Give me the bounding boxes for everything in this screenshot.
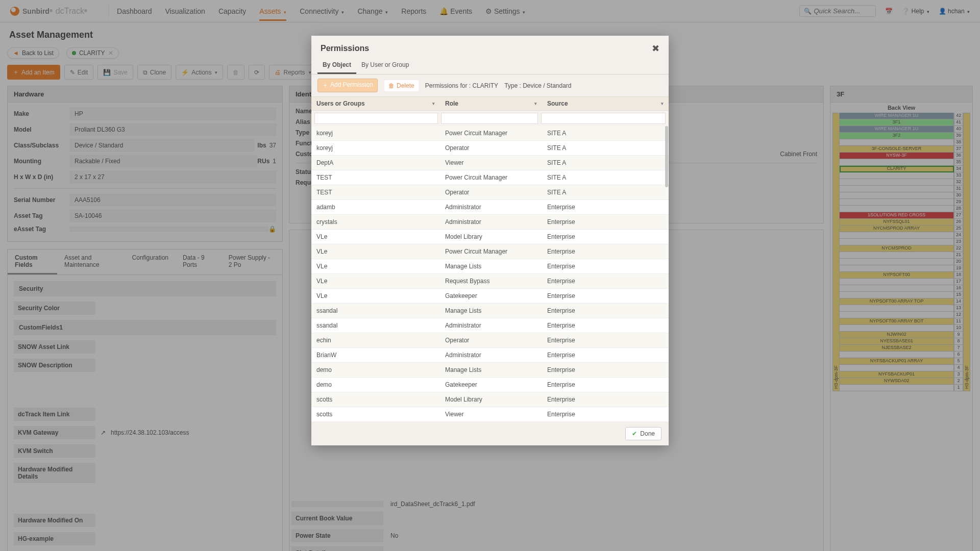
permission-row[interactable]: echinOperatorEnterprise [311, 333, 669, 348]
cell-role: Gatekeeper [440, 289, 542, 303]
cell-user: ssandal [311, 304, 440, 318]
filter-role[interactable] [441, 113, 538, 124]
permissions-type: Type : Device / Standard [504, 82, 571, 89]
permission-row[interactable]: TESTPower Circuit ManagerSITE A [311, 170, 669, 185]
cell-role: Administrator [440, 215, 542, 229]
col-source-label: Source [547, 100, 568, 107]
permission-row[interactable]: crystalsAdministratorEnterprise [311, 215, 669, 230]
type-label: Type : [504, 82, 521, 89]
grid-header: Users or Groups▾ Role▾ Source▾ [311, 97, 669, 111]
permissions-modal: Permissions ✖ By ObjectBy User or Group … [311, 36, 669, 445]
cell-source: Enterprise [542, 378, 669, 392]
permission-row[interactable]: ssandalManage ListsEnterprise [311, 304, 669, 318]
cell-role: Power Circuit Manager [440, 244, 542, 259]
add-permission-button[interactable]: ＋Add Permission [317, 79, 378, 92]
delete-permission-button[interactable]: 🗑Delete [384, 80, 419, 92]
permission-row[interactable]: VLeManage ListsEnterprise [311, 259, 669, 274]
permission-row[interactable]: VLeModel LibraryEnterprise [311, 230, 669, 244]
cell-user: ssandal [311, 318, 440, 333]
cell-role: Manage Lists [440, 304, 542, 318]
cell-role: Administrator [440, 318, 542, 333]
permission-row[interactable]: demoManage ListsEnterprise [311, 363, 669, 378]
cell-source: Enterprise [542, 392, 669, 407]
permission-row[interactable]: demoGatekeeperEnterprise [311, 378, 669, 392]
cell-user: VLe [311, 244, 440, 259]
filter-source[interactable] [541, 113, 666, 124]
permission-row[interactable]: VLeRequest BypassEnterprise [311, 274, 669, 289]
cell-role: Operator [440, 141, 542, 155]
cell-user: scotts [311, 407, 440, 421]
permissions-grid: Users or Groups▾ Role▾ Source▾ koreyjPow… [311, 97, 669, 422]
permission-row[interactable]: koreyjPower Circuit ManagerSITE A [311, 126, 669, 141]
cell-source: Enterprise [542, 244, 669, 259]
cell-source: SITE A [542, 185, 669, 199]
col-source[interactable]: Source▾ [542, 97, 669, 110]
cell-user: DeptA [311, 156, 440, 170]
permission-row[interactable]: scottsModel LibraryEnterprise [311, 392, 669, 407]
cell-source: Enterprise [542, 215, 669, 229]
cell-user: VLe [311, 259, 440, 273]
cell-source: Enterprise [542, 200, 669, 214]
scrollbar-thumb[interactable] [665, 126, 668, 187]
done-button[interactable]: ✔ Done [625, 427, 662, 440]
permission-row[interactable]: DeptAViewerSITE A [311, 156, 669, 170]
trash-icon: 🗑 [388, 82, 395, 89]
modal-tab-by-user-or-group[interactable]: By User or Group [356, 57, 414, 74]
permission-row[interactable]: scottsViewerEnterprise [311, 407, 669, 422]
col-users[interactable]: Users or Groups▾ [311, 97, 440, 110]
cell-source: Enterprise [542, 318, 669, 333]
cell-source: Enterprise [542, 363, 669, 377]
cell-role: Model Library [440, 230, 542, 244]
cell-role: Operator [440, 185, 542, 199]
cell-user: BrianW [311, 348, 440, 362]
modal-close-button[interactable]: ✖ [652, 43, 659, 54]
permission-row[interactable]: VLeGatekeeperEnterprise [311, 289, 669, 304]
cell-role: Viewer [440, 156, 542, 170]
cell-source: Enterprise [542, 274, 669, 288]
permission-row[interactable]: BrianWAdministratorEnterprise [311, 348, 669, 363]
cell-role: Power Circuit Manager [440, 126, 542, 140]
cell-role: Manage Lists [440, 363, 542, 377]
cell-role: Gatekeeper [440, 378, 542, 392]
col-role[interactable]: Role▾ [440, 97, 542, 110]
cell-role: Manage Lists [440, 259, 542, 273]
cell-role: Request Bypass [440, 274, 542, 288]
cell-user: adamb [311, 200, 440, 214]
cell-source: Enterprise [542, 259, 669, 273]
cell-role: Operator [440, 333, 542, 347]
cell-role: Administrator [440, 348, 542, 362]
grid-body: koreyjPower Circuit ManagerSITE AkoreyjO… [311, 126, 669, 422]
cell-source: Enterprise [542, 333, 669, 347]
cell-user: VLe [311, 289, 440, 303]
modal-tabs: By ObjectBy User or Group [311, 57, 669, 74]
permission-row[interactable]: VLePower Circuit ManagerEnterprise [311, 244, 669, 259]
cell-source: Enterprise [542, 407, 669, 421]
modal-overlay: Permissions ✖ By ObjectBy User or Group … [0, 0, 980, 551]
cell-source: Enterprise [542, 230, 669, 244]
cell-source: SITE A [542, 126, 669, 140]
permission-row[interactable]: adambAdministratorEnterprise [311, 200, 669, 215]
permission-row[interactable]: koreyjOperatorSITE A [311, 141, 669, 156]
filter-users[interactable] [314, 113, 438, 124]
modal-tab-by-object[interactable]: By Object [317, 57, 356, 74]
chevron-down-icon: ▾ [534, 101, 537, 106]
col-role-label: Role [445, 100, 458, 107]
chevron-down-icon: ▾ [432, 101, 435, 106]
grid-filters [311, 111, 669, 126]
add-permission-label: Add Permission [330, 81, 373, 90]
cell-source: SITE A [542, 141, 669, 155]
permission-row[interactable]: TESTOperatorSITE A [311, 185, 669, 200]
type-value: Device / Standard [523, 82, 571, 89]
cell-source: Enterprise [542, 348, 669, 362]
permission-row[interactable]: ssandalAdministratorEnterprise [311, 318, 669, 333]
cell-user: TEST [311, 170, 440, 185]
cell-user: demo [311, 378, 440, 392]
cell-role: Power Circuit Manager [440, 170, 542, 185]
for-value: CLARITY [472, 82, 498, 89]
chevron-down-icon: ▾ [661, 101, 664, 106]
col-users-label: Users or Groups [316, 100, 365, 107]
cell-user: crystals [311, 215, 440, 229]
cell-user: VLe [311, 230, 440, 244]
for-label: Permissions for : [425, 82, 471, 89]
cell-user: scotts [311, 392, 440, 407]
